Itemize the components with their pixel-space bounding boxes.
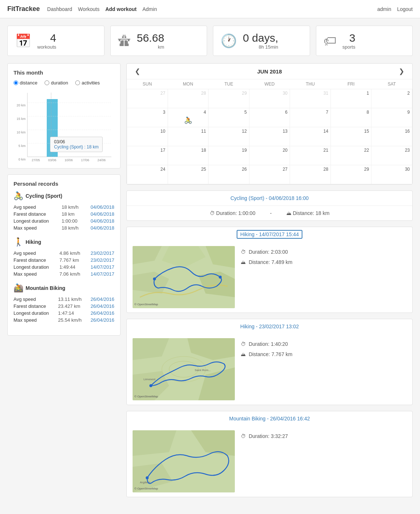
calendar-day[interactable]: 28 [168, 89, 209, 108]
record-date[interactable]: 14/07/2017 [85, 271, 114, 277]
record-date[interactable]: 26/04/2016 [86, 296, 114, 303]
nav-dashboard[interactable]: Dashboard [47, 5, 72, 14]
nav-logout[interactable]: Logout [397, 5, 413, 14]
cycling-duration: ⏱ Duration: 1:00:00 [210, 210, 255, 216]
cal-day-number: 6 [252, 110, 288, 115]
record-value: 18 km/h [59, 204, 84, 211]
nav-admin[interactable]: Admin [142, 5, 157, 14]
main-content: 📅 4 workouts 🛣 56.68 km 🕐 0 days, 8h 15m… [0, 18, 420, 510]
right-column: ❮ JUN 2018 ❯ SUN MON TUE WED THU FRI SAT [126, 63, 413, 503]
cal-day-number: 2 [374, 91, 410, 96]
calendar-day[interactable]: 6 [249, 108, 290, 127]
calendar-day[interactable]: 15 [331, 127, 371, 146]
calendar-day[interactable]: 12 [209, 127, 249, 146]
calendar-icon: 📅 [15, 33, 31, 49]
calendar-day[interactable]: 25 [168, 165, 209, 184]
calendar-day[interactable]: 31 [290, 89, 331, 108]
calendar-day[interactable]: 21 [290, 146, 331, 165]
cal-day-number: 3 [129, 110, 165, 115]
clock-icon-hiking1: ⏱ [241, 249, 246, 255]
map-svg-hiking2: Limonest Saint Rom... © OpenStreetMap [133, 338, 235, 400]
calendar-day[interactable]: 16 [371, 127, 412, 146]
calendar-next-button[interactable]: ❯ [397, 67, 406, 75]
calendar-day[interactable]: 19 [209, 146, 249, 165]
calendar-prev-button[interactable]: ❮ [133, 67, 142, 75]
cal-day-number: 30 [374, 167, 410, 172]
record-date[interactable]: 23/02/2017 [85, 250, 114, 257]
calendar-day[interactable]: 24 [127, 165, 168, 184]
record-value: 25.54 km/h [55, 317, 86, 324]
table-row: Max speed 18 km/h 04/06/2018 [14, 224, 114, 231]
cal-day-number: 7 [292, 110, 328, 115]
calendar-day[interactable]: 2 [371, 89, 412, 108]
calendar-day[interactable]: 17 [127, 146, 168, 165]
chart-svg: 0 km 5 km 10 km 15 km 20 km [14, 89, 114, 162]
calendar-day[interactable]: 5 [209, 108, 249, 127]
workout-map-hiking2: Limonest Saint Rom... © OpenStreetMap [133, 338, 235, 400]
this-month-title: This month [14, 69, 114, 76]
workout-title-cycling: Cycling (Sport) - 04/06/2018 16:00 [127, 191, 412, 205]
this-month-panel: This month distance duration activities [7, 63, 121, 169]
calendar-day[interactable]: 26 [209, 165, 249, 184]
brand-logo[interactable]: FitTrackee [7, 5, 40, 13]
workouts-count: 4 [37, 32, 56, 44]
sport-cycling-name: Cycling (Sport) [26, 193, 62, 199]
svg-point-43 [149, 384, 152, 387]
calendar-day[interactable]: 11 [168, 127, 209, 146]
left-column: This month distance duration activities [7, 63, 121, 341]
calendar-day[interactable]: 30 [249, 89, 290, 108]
calendar-day[interactable]: 27 [127, 89, 168, 108]
calendar-day[interactable]: 28 [290, 165, 331, 184]
table-row: Avg speed 4.86 km/h 23/02/2017 [14, 250, 114, 257]
cal-day-number: 28 [170, 91, 206, 96]
calendar-day[interactable]: 27 [249, 165, 290, 184]
calendar-day[interactable]: 30 [371, 165, 412, 184]
record-value: 1:49:44 [57, 264, 85, 271]
calendar-month-label: JUN 2018 [257, 68, 282, 75]
nav-user[interactable]: admin [377, 5, 391, 14]
record-date[interactable]: 04/06/2018 [84, 204, 114, 211]
calendar-day[interactable]: 23 [371, 146, 412, 165]
radio-distance[interactable]: distance [14, 80, 37, 86]
calendar-day[interactable]: 1 [331, 89, 371, 108]
workout-link-hiking2[interactable]: Hiking - 23/02/2017 13:02 [240, 324, 299, 329]
record-date[interactable]: 04/06/2018 [84, 211, 114, 218]
record-date[interactable]: 04/06/2018 [84, 218, 114, 224]
calendar-day[interactable]: 8 [331, 108, 371, 127]
calendar-day[interactable]: 22 [331, 146, 371, 165]
calendar-day[interactable]: 20 [249, 146, 290, 165]
nav-add-workout[interactable]: Add workout [105, 5, 137, 14]
calendar-day[interactable]: 7 [290, 108, 331, 127]
record-date[interactable]: 26/04/2016 [86, 310, 114, 317]
table-row: Avg speed 18 km/h 04/06/2018 [14, 204, 114, 211]
workout-link-hiking1[interactable]: Hiking - 14/07/2017 15:44 [237, 230, 302, 239]
radio-activities[interactable]: activities [75, 80, 100, 86]
workout-link-mtb[interactable]: Mountain Biking - 26/04/2016 16:42 [229, 416, 310, 422]
calendar-day[interactable]: 29 [331, 165, 371, 184]
calendar-day[interactable]: 9 [371, 108, 412, 127]
cal-day-number: 17 [129, 148, 165, 153]
calendar-day[interactable]: 13 [249, 127, 290, 146]
sport-hiking-header: 🚶 Hiking [14, 237, 114, 247]
cal-day-number: 8 [333, 110, 369, 115]
record-date[interactable]: 14/07/2017 [85, 264, 114, 271]
calendar-day[interactable]: 10 [127, 127, 168, 146]
nav-workouts[interactable]: Workouts [78, 5, 100, 14]
calendar-day[interactable]: 29 [209, 89, 249, 108]
calendar-day[interactable]: 14 [290, 127, 331, 146]
calendar-day[interactable]: 3 [127, 108, 168, 127]
mtb-icon: 🚵 [14, 283, 23, 293]
record-date[interactable]: 23/02/2017 [85, 257, 114, 264]
nav-right: admin Logout [377, 5, 413, 14]
svg-text:0 km: 0 km [18, 158, 26, 161]
calendar-day[interactable]: 4🚴 [168, 108, 209, 127]
calendar-day[interactable]: 18 [168, 146, 209, 165]
workout-link-cycling[interactable]: Cycling (Sport) - 04/06/2018 16:00 [230, 195, 309, 201]
record-date[interactable]: 26/04/2016 [86, 317, 114, 324]
calendar-panel: ❮ JUN 2018 ❯ SUN MON TUE WED THU FRI SAT [126, 63, 413, 185]
radio-duration[interactable]: duration [45, 80, 68, 86]
record-date[interactable]: 04/06/2018 [84, 224, 114, 231]
mountain-icon-hiking1: ⛰ [241, 259, 246, 265]
record-date[interactable]: 26/04/2016 [86, 303, 114, 310]
cal-event-icon[interactable]: 🚴 [170, 115, 206, 124]
